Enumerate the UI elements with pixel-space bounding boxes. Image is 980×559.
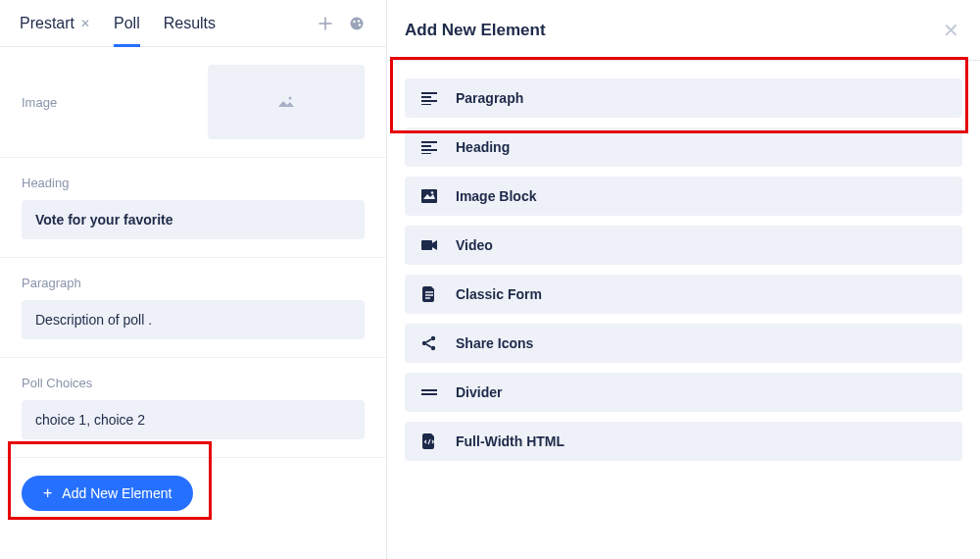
left-panel: Prestart ✕ Poll Results Image: [0, 0, 387, 559]
panel-header: Add New Element ✕: [387, 0, 980, 61]
heading-section: Heading: [0, 158, 386, 258]
element-label: Share Icons: [456, 335, 533, 351]
video-icon: [420, 236, 438, 254]
element-heading[interactable]: Heading: [405, 127, 962, 167]
svg-point-1: [353, 20, 355, 22]
theme-button[interactable]: [347, 14, 367, 33]
poll-choices-label: Poll Choices: [22, 376, 365, 390]
paragraph-icon: [420, 89, 438, 107]
element-label: Full-Width HTML: [456, 433, 564, 449]
tab-results[interactable]: Results: [164, 0, 216, 46]
element-classic-form[interactable]: Classic Form: [405, 275, 962, 314]
svg-point-4: [289, 96, 292, 99]
divider-icon: [420, 383, 438, 401]
panel-title: Add New Element: [405, 21, 546, 40]
heading-label: Heading: [22, 176, 365, 190]
image-section: Image: [0, 47, 386, 158]
element-video[interactable]: Video: [405, 226, 962, 265]
element-image-block[interactable]: Image Block: [405, 177, 962, 216]
tab-prestart[interactable]: Prestart ✕: [20, 0, 90, 46]
svg-point-2: [358, 20, 360, 22]
element-label: Image Block: [456, 188, 536, 204]
form-icon: [420, 285, 438, 303]
svg-point-8: [422, 341, 426, 345]
element-label: Classic Form: [456, 286, 542, 302]
add-tab-button[interactable]: [316, 14, 335, 33]
tab-label: Poll: [114, 15, 140, 32]
svg-point-0: [351, 17, 364, 29]
image-placeholder[interactable]: [208, 65, 365, 139]
element-list: Paragraph Heading Image Block Video: [387, 61, 980, 479]
svg-rect-7: [421, 240, 432, 250]
paragraph-label: Paragraph: [22, 276, 365, 290]
heading-input[interactable]: [22, 200, 365, 239]
element-paragraph[interactable]: Paragraph: [405, 78, 962, 118]
element-label: Heading: [456, 139, 510, 155]
poll-choices-section: Poll Choices: [0, 358, 386, 458]
svg-point-10: [431, 346, 435, 350]
tabs-row: Prestart ✕ Poll Results: [0, 0, 386, 47]
palette-icon: [349, 16, 365, 31]
close-icon[interactable]: ✕: [80, 17, 90, 30]
image-icon: [277, 95, 295, 110]
element-label: Video: [456, 237, 493, 253]
paragraph-section: Paragraph: [0, 258, 386, 358]
svg-point-6: [431, 191, 434, 194]
element-label: Divider: [456, 384, 502, 400]
close-panel-button[interactable]: ✕: [939, 19, 962, 42]
plus-icon: +: [43, 485, 52, 501]
add-new-element-button[interactable]: + Add New Element: [22, 476, 193, 511]
element-label: Paragraph: [456, 90, 523, 106]
element-share-icons[interactable]: Share Icons: [405, 324, 962, 363]
tab-label: Prestart: [20, 15, 74, 32]
right-panel: Add New Element ✕ Paragraph Heading Im: [387, 0, 980, 559]
plus-icon: [318, 17, 332, 30]
share-icon: [420, 334, 438, 352]
svg-point-9: [431, 336, 435, 340]
image-label: Image: [22, 95, 57, 110]
heading-icon: [420, 138, 438, 156]
add-button-label: Add New Element: [62, 485, 172, 501]
html-icon: [420, 432, 438, 450]
tab-label: Results: [164, 15, 216, 32]
element-full-width-html[interactable]: Full-Width HTML: [405, 422, 962, 461]
tab-poll[interactable]: Poll: [114, 0, 140, 46]
paragraph-input[interactable]: [22, 300, 365, 339]
image-icon: [420, 187, 438, 205]
svg-point-3: [359, 24, 361, 25]
poll-choices-input[interactable]: [22, 400, 365, 439]
element-divider[interactable]: Divider: [405, 373, 962, 412]
